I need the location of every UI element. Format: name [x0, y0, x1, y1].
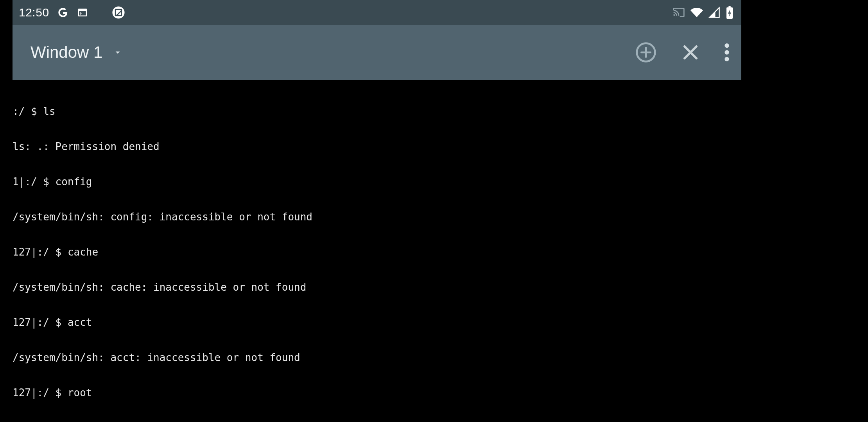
terminal-line: /system/bin/sh: cache: inaccessible or n… — [13, 281, 741, 293]
terminal-notification-icon — [77, 7, 88, 18]
status-time: 12:50 — [19, 6, 49, 19]
terminal-line: 1|:/ $ config — [13, 176, 741, 188]
status-bar-right — [673, 6, 733, 19]
google-icon — [57, 7, 69, 18]
status-bar-left: 12:50 — [19, 6, 125, 19]
status-bar: 12:50 — [13, 0, 741, 25]
terminal-line: /system/bin/sh: acct: inaccessible or no… — [13, 352, 741, 363]
svg-point-2 — [112, 6, 124, 18]
svg-rect-1 — [79, 11, 86, 15]
terminal-line: :/ $ ls — [13, 106, 741, 117]
svg-point-8 — [725, 50, 729, 54]
add-window-button[interactable] — [635, 41, 657, 63]
overflow-menu-button[interactable] — [724, 42, 730, 63]
svg-point-9 — [725, 57, 729, 61]
cellular-signal-icon — [708, 7, 720, 18]
terminal-line: 127|:/ $ root — [13, 387, 741, 399]
cast-icon — [673, 6, 685, 19]
battery-charging-icon — [726, 6, 733, 19]
close-window-button[interactable] — [680, 42, 701, 63]
screenshot-icon — [112, 6, 125, 19]
svg-point-7 — [725, 43, 729, 48]
chevron-down-icon — [113, 47, 123, 57]
terminal-line: /system/bin/sh: config: inaccessible or … — [13, 211, 741, 223]
terminal-line: ls: .: Permission denied — [13, 141, 741, 152]
terminal-line: 127|:/ $ cache — [13, 246, 741, 258]
app-toolbar: Window 1 — [13, 25, 741, 80]
terminal-line: 127|:/ $ acct — [13, 316, 741, 328]
window-selector[interactable]: Window 1 — [30, 43, 123, 62]
svg-rect-5 — [728, 6, 730, 8]
wifi-icon — [690, 6, 703, 19]
device-screen: 12:50 — [13, 0, 741, 395]
toolbar-actions — [635, 41, 730, 63]
terminal-output[interactable]: :/ $ ls ls: .: Permission denied 1|:/ $ … — [13, 80, 741, 422]
window-title: Window 1 — [30, 43, 102, 62]
